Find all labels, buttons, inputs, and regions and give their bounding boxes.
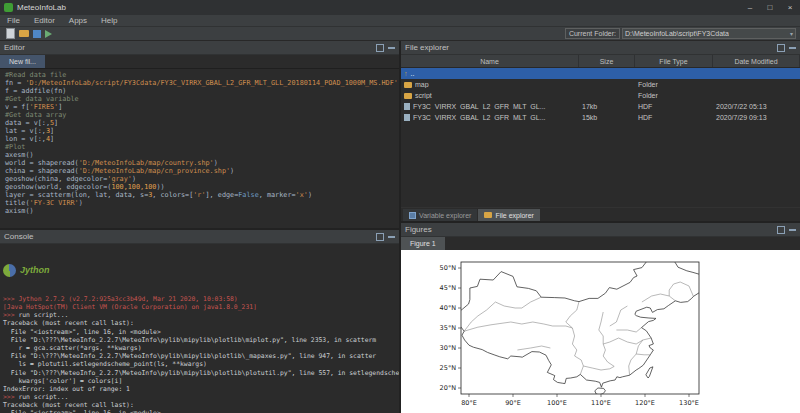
menu-apps[interactable]: Apps bbox=[62, 16, 94, 25]
svg-text:25°N: 25°N bbox=[440, 364, 457, 372]
editor-tab-newfile[interactable]: New fil... bbox=[0, 55, 45, 68]
file-name-cell: map bbox=[401, 81, 579, 88]
figure-canvas[interactable]: 80°E90°E100°E110°E120°E130°E 50°N45°N40°… bbox=[401, 250, 800, 413]
console-header: Console bbox=[0, 230, 399, 244]
console-line: ls = plotutil.setlegendscheme_point(ls, … bbox=[3, 360, 396, 368]
current-folder-group: Current Folder: D:\MeteoInfoLab\script\F… bbox=[565, 28, 796, 39]
figure-tab-1[interactable]: Figure 1 bbox=[401, 237, 445, 250]
figures-title: Figures bbox=[405, 225, 432, 234]
float-icon[interactable] bbox=[376, 233, 384, 241]
svg-text:110°E: 110°E bbox=[591, 399, 611, 407]
console-lines: >>> Jython 2.7.2 (v2.7.2:925a3cc3b49d, M… bbox=[3, 295, 396, 413]
menu-help[interactable]: Help bbox=[94, 16, 124, 25]
close-button[interactable]: × bbox=[780, 0, 800, 15]
file-row[interactable]: scriptFolder bbox=[401, 90, 800, 101]
run-icon[interactable] bbox=[45, 30, 52, 38]
right-column: File explorer NameSizeFile TypeDate Modi… bbox=[401, 41, 800, 413]
console-line: >>> run script... bbox=[3, 311, 396, 319]
file-explorer-panel: File explorer NameSizeFile TypeDate Modi… bbox=[401, 41, 800, 221]
code-line: fn = 'D:/MeteoInfoLab/script/FY3Cdata/FY… bbox=[5, 79, 399, 87]
console-line: IndexError: index out of range: 1 bbox=[3, 385, 396, 393]
file-name-cell: script bbox=[401, 92, 579, 99]
code-line: china = shaperead('D:/MeteoInfoLab/map/c… bbox=[5, 167, 399, 175]
svg-text:30°N: 30°N bbox=[440, 344, 457, 352]
file-row[interactable]: ↑.. bbox=[401, 68, 800, 79]
file-explorer-header: File explorer bbox=[401, 41, 800, 55]
editor-header: Editor bbox=[0, 41, 399, 55]
tab-file-explorer[interactable]: File explorer bbox=[478, 209, 540, 221]
svg-text:100°E: 100°E bbox=[547, 399, 567, 407]
minimize-icon[interactable] bbox=[388, 236, 395, 238]
float-icon[interactable] bbox=[376, 44, 384, 52]
column-header-file-type[interactable]: File Type bbox=[635, 55, 713, 67]
up-icon: ↑ bbox=[404, 70, 408, 77]
column-header-date-modified[interactable]: Date Modified bbox=[713, 55, 800, 67]
main-area: Editor New fil... #Read data filefn = 'D… bbox=[0, 41, 800, 413]
code-editor[interactable]: #Read data filefn = 'D:/MeteoInfoLab/scr… bbox=[0, 69, 399, 228]
tab-variable-explorer[interactable]: Variable explorer bbox=[403, 209, 477, 221]
console-output[interactable]: Jython >>> Jython 2.7.2 (v2.7.2:925a3cc3… bbox=[0, 244, 399, 413]
code-line: layer = scatterm(lon, lat, data, s=3, co… bbox=[5, 191, 399, 199]
new-file-icon[interactable] bbox=[6, 28, 15, 39]
save-icon[interactable] bbox=[33, 30, 41, 38]
console-panel: Console Jython >>> Jython 2.7.2 (v2.7.2:… bbox=[0, 230, 399, 413]
jython-label: Jython bbox=[20, 266, 50, 274]
file-row[interactable]: mapFolder bbox=[401, 79, 800, 90]
window-title: MeteoInfoLab bbox=[17, 3, 66, 12]
figure-tabbar: Figure 1 bbox=[401, 237, 800, 250]
open-folder-icon[interactable] bbox=[19, 30, 29, 37]
file-size-cell: 17kb bbox=[579, 103, 635, 110]
china-province-borders bbox=[464, 282, 693, 375]
current-folder-combo[interactable]: D:\MeteoInfoLab\script\FY3Cdata ▾ bbox=[622, 28, 796, 39]
code-line: #Get data array bbox=[5, 111, 399, 119]
code-line: axesm() bbox=[5, 151, 399, 159]
window-controls: – □ × bbox=[740, 0, 800, 15]
jython-banner: Jython bbox=[3, 262, 396, 278]
x-axis-ticks: 80°E90°E100°E110°E120°E130°E bbox=[461, 394, 699, 407]
code-line: f = addfile(fn) bbox=[5, 87, 399, 95]
left-column: Editor New fil... #Read data filefn = 'D… bbox=[0, 41, 399, 413]
console-title: Console bbox=[4, 232, 33, 241]
console-line: File "<iostream>", line 16, in <module> bbox=[3, 409, 396, 413]
svg-text:50°N: 50°N bbox=[440, 264, 457, 272]
jython-logo-icon bbox=[3, 264, 16, 277]
console-line: File "<iostream>", line 16, in <module> bbox=[3, 328, 396, 336]
menu-editor[interactable]: Editor bbox=[27, 16, 62, 25]
svg-text:90°E: 90°E bbox=[505, 399, 521, 407]
folder-icon bbox=[404, 82, 412, 88]
menu-file[interactable]: File bbox=[0, 16, 27, 25]
file-type-cell: HDF bbox=[635, 103, 713, 110]
file-type-cell: HDF bbox=[635, 114, 713, 121]
file-icon bbox=[404, 114, 410, 121]
maximize-button[interactable]: □ bbox=[760, 0, 780, 15]
minimize-button[interactable]: – bbox=[740, 0, 760, 15]
console-line: [Java HotSpot(TM) Client VM (Oracle Corp… bbox=[3, 303, 396, 311]
float-icon[interactable] bbox=[777, 44, 785, 52]
file-name-cell: FY3C_VIRRX_GBAL_L2_GFR_MLT_GL... bbox=[401, 103, 579, 110]
chevron-down-icon[interactable]: ▾ bbox=[790, 30, 793, 37]
file-explorer-title: File explorer bbox=[405, 43, 449, 52]
float-icon[interactable] bbox=[777, 226, 785, 234]
svg-text:35°N: 35°N bbox=[440, 324, 457, 332]
svg-text:130°E: 130°E bbox=[679, 399, 699, 407]
file-explorer-icon bbox=[484, 212, 492, 218]
minimize-icon[interactable] bbox=[789, 47, 796, 49]
code-line: v = f['FIRES'] bbox=[5, 103, 399, 111]
code-line: #Plot bbox=[5, 143, 399, 151]
code-line: lon = v[:,4] bbox=[5, 135, 399, 143]
figures-panel: Figures Figure 1 bbox=[401, 223, 800, 413]
minimize-icon[interactable] bbox=[789, 229, 796, 231]
file-row[interactable]: FY3C_VIRRX_GBAL_L2_GFR_MLT_GL...15kbHDF2… bbox=[401, 112, 800, 123]
file-table-columns: NameSizeFile TypeDate Modified bbox=[401, 55, 800, 68]
file-row[interactable]: FY3C_VIRRX_GBAL_L2_GFR_MLT_GL...17kbHDF2… bbox=[401, 101, 800, 112]
code-line: geoshow(china, edgecolor='gray') bbox=[5, 175, 399, 183]
titlebar: MeteoInfoLab – □ × bbox=[0, 0, 800, 15]
column-header-name[interactable]: Name bbox=[401, 55, 579, 67]
current-folder-path: D:\MeteoInfoLab\script\FY3Cdata bbox=[625, 30, 729, 37]
svg-text:45°N: 45°N bbox=[440, 284, 457, 292]
menubar: FileEditorAppsHelp bbox=[0, 15, 800, 27]
current-folder-label: Current Folder: bbox=[565, 28, 620, 39]
column-header-size[interactable]: Size bbox=[579, 55, 635, 67]
editor-panel: Editor New fil... #Read data filefn = 'D… bbox=[0, 41, 399, 228]
minimize-icon[interactable] bbox=[388, 47, 395, 49]
